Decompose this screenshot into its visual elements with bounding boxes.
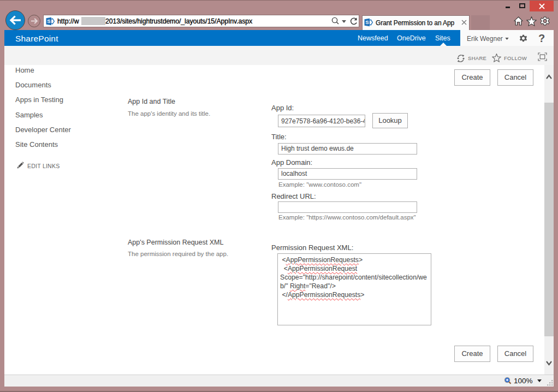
svg-text:S: S	[47, 18, 50, 24]
svg-text:S: S	[365, 19, 369, 25]
